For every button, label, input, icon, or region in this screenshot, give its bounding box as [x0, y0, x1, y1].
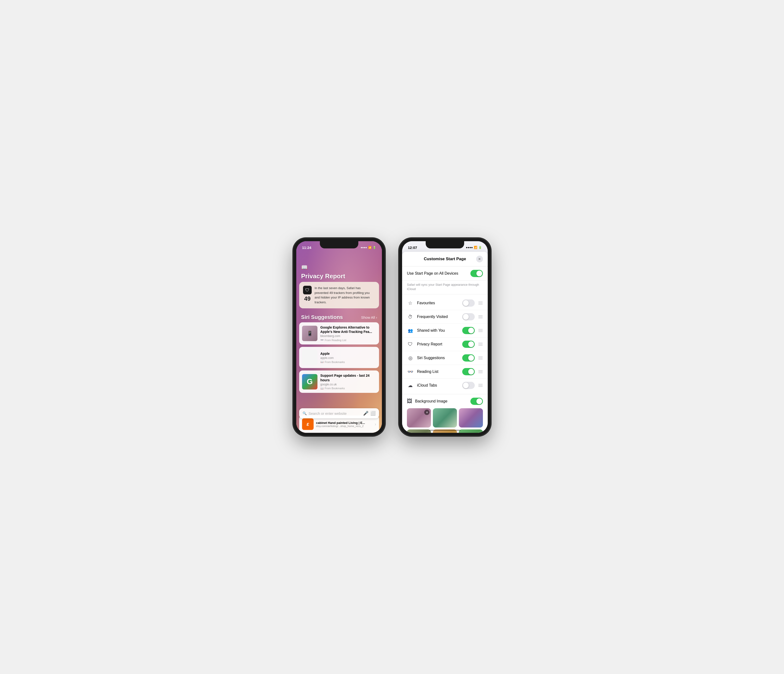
card-thumb-0: 📱 [302, 326, 317, 341]
suggestion-card-2[interactable]: G Support Page updates - last 24 hours g… [299, 370, 379, 393]
frequently-visited-label: Frequently Visited [417, 315, 459, 319]
siri-suggestions-handle [478, 356, 483, 359]
show-all-button[interactable]: Show All › [361, 315, 377, 320]
card-thumb-1 [302, 350, 317, 365]
reading-list-toggle[interactable] [462, 368, 475, 375]
book-icon-row: 📖 [296, 262, 382, 271]
favourites-icon: ☆ [407, 300, 414, 306]
background-image-header: 🖼 Background Image [407, 398, 483, 405]
privacy-report-title: Privacy Report [296, 271, 382, 282]
bookmarks-icon-small-2: 📖 [320, 387, 324, 390]
phone-2-screen: 12:07 ●●●● 📶 🔋 Customise Start Page ✕ [402, 241, 488, 433]
suggestion-card-0[interactable]: 📱 Google Explores Alternative to Apple's… [299, 322, 379, 345]
favourites-handle [478, 302, 483, 304]
status-time-1: 11:24 [302, 245, 311, 250]
status-time-2: 12:07 [408, 245, 417, 250]
frequently-visited-toggle[interactable] [462, 313, 475, 320]
card-title-1: Apple [320, 351, 376, 356]
privacy-badge: 🛡 49 [303, 286, 312, 302]
card-domain-1: apple.com [320, 356, 376, 360]
bg-thumb-1[interactable] [433, 408, 457, 427]
reading-list-row-icon: 👓 [407, 369, 414, 374]
chevron-right-icon: › [376, 315, 377, 320]
status-icons-1: ●●●● 📶 🔋 [361, 246, 376, 249]
safari-start-page: 11:24 ●●●● 📶 🔋 📖 Privacy Report 🛡 [296, 241, 382, 433]
bg-thumb-2[interactable] [459, 408, 483, 427]
background-image-label: Background Image [415, 399, 447, 403]
icloud-tabs-toggle[interactable] [462, 382, 475, 389]
frequently-visited-row[interactable]: ⏱ Frequently Visited [402, 310, 488, 324]
card-title-2: Support Page updates - last 24 hours [320, 373, 376, 382]
notch-2 [426, 241, 464, 248]
use-start-page-toggle[interactable] [470, 270, 483, 277]
frequently-visited-handle [478, 315, 483, 318]
icloud-tabs-row[interactable]: ☁ iCloud Tabs [402, 379, 488, 392]
microphone-icon[interactable]: 🎤 [363, 411, 369, 416]
use-start-page-row[interactable]: Use Start Page on All Devices [402, 267, 488, 281]
modal-header: Customise Start Page ✕ [402, 252, 488, 267]
privacy-report-toggle[interactable] [462, 341, 475, 348]
modal-title: Customise Start Page [414, 257, 476, 261]
toggle-knob [476, 271, 482, 276]
phone-1: 11:24 ●●●● 📶 🔋 📖 Privacy Report 🛡 [293, 238, 385, 436]
signal-icon-2: ●●●● [466, 246, 473, 249]
shared-with-you-label: Shared with You [417, 328, 459, 333]
wifi-icon-2: 📶 [474, 246, 478, 249]
card-domain-2: google.co.uk [320, 383, 376, 386]
background-image-toggle[interactable] [470, 398, 483, 405]
suggestion-card-1[interactable]: Apple apple.com 📖 From Bookmarks [299, 347, 379, 368]
favourites-row[interactable]: ☆ Favourites [402, 296, 488, 310]
siri-suggestions-row[interactable]: ◎ Siri Suggestions [402, 351, 488, 365]
privacy-count: 49 [304, 295, 311, 302]
search-action-icons: 🎤 ⬜ [363, 411, 376, 416]
background-image-icon: 🖼 [407, 398, 412, 404]
phone-1-screen: 11:24 ●●●● 📶 🔋 📖 Privacy Report 🛡 [296, 241, 382, 433]
shared-with-you-handle [478, 329, 483, 332]
start-page-subtitle: Safari will sync your Start Page appeara… [402, 281, 488, 294]
siri-suggestions-toggle[interactable] [462, 354, 475, 362]
close-icon: ✕ [478, 257, 481, 261]
signal-icon: ●●●● [361, 246, 367, 249]
privacy-report-card[interactable]: 🛡 49 In the last seven days, Safari has … [299, 282, 379, 308]
shared-with-you-toggle[interactable] [462, 327, 475, 334]
settings-list: ☆ Favourites ⏱ Frequently Visited [402, 294, 488, 394]
bg-thumb-0[interactable]: ✕ [407, 408, 431, 427]
card-info-2: Support Page updates - last 24 hours goo… [320, 373, 376, 390]
icloud-tabs-label: iCloud Tabs [417, 383, 459, 387]
privacy-report-handle [478, 343, 483, 346]
favourites-label: Favourites [417, 301, 459, 305]
tabs-icon[interactable]: ⬜ [370, 411, 376, 416]
icloud-tabs-handle [478, 384, 483, 387]
shared-with-you-row[interactable]: 👥 Shared with You [402, 324, 488, 337]
reading-list-row[interactable]: 👓 Reading List [402, 365, 488, 379]
show-all-label: Show All [361, 315, 375, 320]
background-thumbnails-grid: ✕ [407, 408, 483, 433]
home-indicator-2 [429, 430, 460, 431]
favourites-toggle[interactable] [462, 300, 475, 307]
battery-icon: 🔋 [373, 246, 376, 249]
privacy-report-row-label: Privacy Report [417, 342, 459, 346]
card-info-1: Apple apple.com 📖 From Bookmarks [320, 351, 376, 364]
bg-thumb-3[interactable] [407, 429, 431, 433]
bg-thumb-5[interactable] [459, 429, 483, 433]
siri-suggestions-icon: ◎ [407, 355, 414, 361]
shared-with-you-icon: 👥 [407, 328, 414, 333]
search-bar[interactable]: 🔍 Search or enter website 🎤 ⬜ [299, 408, 379, 418]
search-icon: 🔍 [303, 411, 306, 415]
reading-list-handle [478, 370, 483, 373]
card-domain-0: bloomberg.com [320, 334, 376, 338]
card-info-0: Google Explores Alternative to Apple's N… [320, 325, 376, 342]
siri-suggestions-row-label: Siri Suggestions [417, 356, 459, 360]
card-source-2: 📖 From Bookmarks [320, 387, 376, 390]
reading-list-icon-small: 👓 [320, 339, 324, 342]
phone-2: 12:07 ●●●● 📶 🔋 Customise Start Page ✕ [399, 238, 491, 436]
reading-list-icon: 📖 [301, 264, 308, 270]
card-thumb-2: G [302, 374, 317, 390]
bookmarks-icon-small: 📖 [320, 360, 324, 364]
safari-content[interactable]: 📖 Privacy Report 🛡 49 In the last seven … [296, 252, 382, 433]
privacy-report-row[interactable]: 🛡 Privacy Report [402, 337, 488, 351]
frequently-visited-icon: ⏱ [407, 314, 414, 320]
search-bar-container: 🔍 Search or enter website 🎤 ⬜ [299, 408, 379, 418]
modal-sheet: Customise Start Page ✕ Use Start Page on… [402, 252, 488, 433]
close-button[interactable]: ✕ [476, 256, 483, 262]
